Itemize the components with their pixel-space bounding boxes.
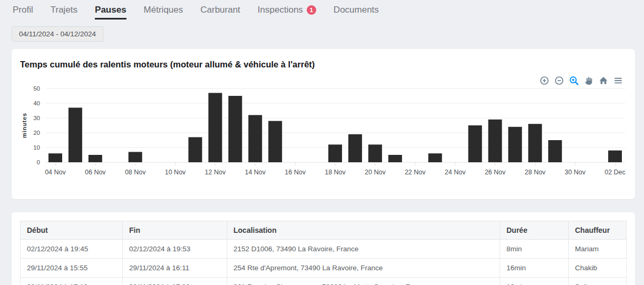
table-cell: 254 Rte d'Apremont, 73490 La Ravoire, Fr… (227, 259, 500, 278)
table-cell: Mariam (569, 240, 627, 259)
table-cell: 16min (500, 259, 569, 278)
zoom-out-icon[interactable] (554, 75, 564, 86)
svg-text:18 Nov: 18 Nov (325, 169, 346, 176)
svg-text:10 Nov: 10 Nov (165, 169, 186, 176)
svg-text:16 Nov: 16 Nov (285, 169, 306, 176)
table-cell: 28/11/2024 à 17:23 (123, 278, 227, 285)
tab-label: Documents (334, 5, 379, 15)
notification-badge: 1 (307, 5, 316, 15)
svg-text:50: 50 (33, 85, 40, 92)
table-cell: 02/12/2024 à 19:45 (21, 240, 123, 259)
table-row: 29/11/2024 à 15:5529/11/2024 à 16:11254 … (21, 259, 627, 278)
svg-text:0: 0 (37, 159, 40, 165)
col-header-chauffeur: Chauffeur (569, 221, 627, 240)
table-cell: 29/11/2024 à 16:11 (123, 259, 227, 278)
svg-text:04 Nov: 04 Nov (45, 169, 66, 176)
idle-time-chart-card: Temps cumulé des ralentis moteurs (moteu… (12, 49, 635, 199)
svg-text:30: 30 (33, 115, 40, 121)
home-icon[interactable] (598, 75, 609, 86)
tab-inspections[interactable]: Inspections 1 (258, 5, 316, 18)
svg-text:minutes: minutes (21, 113, 27, 138)
menu-icon[interactable] (613, 75, 623, 86)
svg-text:12 Nov: 12 Nov (205, 169, 226, 176)
tab-label: Métriques (144, 5, 183, 15)
svg-text:22 Nov: 22 Nov (405, 169, 426, 176)
tab-profil[interactable]: Profil (13, 5, 33, 18)
svg-text:14 Nov: 14 Nov (245, 169, 266, 176)
svg-text:28 Nov: 28 Nov (525, 169, 546, 176)
chart-toolbar (539, 75, 623, 86)
table-cell: 10min (500, 278, 569, 285)
table-row: 02/12/2024 à 19:4502/12/2024 à 19:532152… (21, 240, 627, 259)
svg-text:06 Nov: 06 Nov (85, 169, 106, 176)
pauses-table: Début Fin Localisation Durée Chauffeur 0… (20, 221, 627, 285)
col-header-debut: Début (21, 221, 123, 240)
table-cell: 261 Rue des Champagnes, 73290 La Motte-S… (227, 278, 500, 285)
table-cell: Salim (569, 278, 627, 285)
table-cell: Chakib (569, 259, 627, 278)
col-header-fin: Fin (123, 221, 227, 240)
svg-text:24 Nov: 24 Nov (445, 169, 466, 176)
table-row: 28/11/2024 à 17:1328/11/2024 à 17:23261 … (21, 278, 627, 285)
svg-text:02 Dec: 02 Dec (604, 169, 626, 176)
table-cell: 2152 D1006, 73490 La Ravoire, France (227, 240, 500, 259)
col-header-localisation: Localisation (227, 221, 500, 240)
svg-text:08 Nov: 08 Nov (125, 169, 146, 176)
tab-carburant[interactable]: Carburant (200, 5, 240, 18)
tab-label: Trajets (51, 5, 77, 15)
col-header-duree: Durée (500, 221, 569, 240)
tab-pauses[interactable]: Pauses (95, 5, 126, 19)
tab-label: Inspections (258, 5, 303, 15)
svg-text:20 Nov: 20 Nov (365, 169, 386, 176)
tab-label: Profil (13, 5, 33, 15)
tab-label: Carburant (200, 5, 240, 15)
pan-icon[interactable] (583, 75, 594, 86)
top-nav: Profil Trajets Pauses Métriques Carburan… (0, 0, 644, 19)
table-header-row: Début Fin Localisation Durée Chauffeur (21, 221, 627, 240)
chart-title: Temps cumulé des ralentis moteurs (moteu… (12, 49, 635, 70)
zoom-in-icon[interactable] (539, 75, 550, 86)
svg-text:30 Nov: 30 Nov (564, 169, 586, 176)
tab-label: Pauses (95, 5, 126, 15)
bar-chart: 01020304050minutes04 Nov06 Nov08 Nov10 N… (12, 70, 635, 186)
table-cell: 8min (500, 240, 569, 259)
tab-trajets[interactable]: Trajets (51, 5, 77, 18)
selection-zoom-icon[interactable] (569, 75, 579, 86)
svg-text:26 Nov: 26 Nov (485, 169, 506, 176)
tab-documents[interactable]: Documents (334, 5, 379, 18)
svg-text:40: 40 (33, 100, 40, 106)
pauses-table-card: Début Fin Localisation Durée Chauffeur 0… (12, 212, 635, 285)
svg-text:20: 20 (33, 130, 40, 136)
table-cell: 29/11/2024 à 15:55 (21, 259, 123, 278)
table-cell: 02/12/2024 à 19:53 (123, 240, 227, 259)
date-range-picker[interactable]: 04/11/2024 - 04/12/2024 (12, 26, 103, 42)
svg-text:10: 10 (33, 144, 40, 151)
bar-chart-svg: 01020304050minutes04 Nov06 Nov08 Nov10 N… (20, 83, 627, 184)
table-cell: 28/11/2024 à 17:13 (21, 278, 123, 285)
tab-metriques[interactable]: Métriques (144, 5, 183, 18)
